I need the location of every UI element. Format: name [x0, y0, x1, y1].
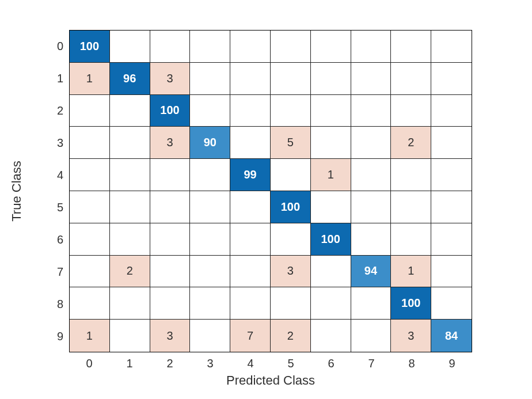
x-axis-label: Predicted Class	[226, 373, 315, 388]
cell-r8-c2	[150, 287, 191, 320]
x-tick-6: 6	[328, 357, 334, 370]
cell-value: 1	[328, 168, 334, 181]
cell-r9-c4: 7	[230, 320, 271, 352]
cell-value: 5	[287, 136, 294, 149]
cell-r4-c6: 1	[311, 159, 351, 191]
cell-value: 100	[160, 104, 179, 117]
x-tick-0: 0	[86, 357, 92, 370]
cell-r8-c5	[271, 287, 311, 320]
cell-r6-c3	[190, 223, 230, 256]
y-tick-1: 1	[57, 72, 63, 85]
cell-r9-c9: 84	[431, 320, 472, 352]
cell-r4-c1	[110, 159, 150, 191]
cell-r7-c3	[190, 256, 230, 288]
cell-r1-c0: 1	[70, 63, 110, 95]
cell-r9-c6	[311, 320, 351, 352]
cell-r4-c4: 99	[230, 159, 271, 191]
cell-r0-c0: 100	[70, 31, 110, 63]
cell-r3-c8: 2	[391, 127, 431, 159]
cell-r7-c0	[70, 256, 110, 288]
cell-r3-c4	[230, 127, 271, 159]
cell-value: 2	[127, 264, 133, 278]
x-tick-7: 7	[368, 357, 374, 370]
y-tick-0: 0	[57, 40, 63, 53]
cell-r6-c1	[110, 223, 150, 256]
cell-r8-c7	[351, 287, 392, 320]
y-tick-2: 2	[57, 104, 63, 117]
cell-r0-c5	[271, 31, 311, 63]
cell-r1-c2: 3	[150, 63, 191, 95]
cell-r1-c4	[230, 63, 271, 95]
cell-r2-c6	[311, 95, 351, 127]
cell-r9-c3	[190, 320, 230, 352]
cell-value: 3	[166, 136, 173, 149]
cell-r8-c9	[431, 287, 472, 320]
y-tick-5: 5	[57, 201, 63, 214]
cell-r2-c7	[351, 95, 392, 127]
cell-r9-c1	[110, 320, 150, 352]
cell-value: 99	[244, 168, 256, 181]
x-tick-1: 1	[126, 357, 132, 370]
x-tick-4: 4	[247, 357, 253, 370]
x-tick-2: 2	[166, 357, 173, 370]
cell-value: 1	[408, 264, 414, 278]
cell-r2-c5	[271, 95, 311, 127]
cell-value: 7	[247, 329, 253, 343]
cell-r8-c8: 100	[391, 287, 431, 320]
cell-r8-c0	[70, 287, 110, 320]
cell-r4-c9	[431, 159, 472, 191]
cell-r9-c7	[351, 320, 392, 352]
cell-r5-c4	[230, 191, 271, 223]
cell-r3-c6	[311, 127, 351, 159]
cell-value: 3	[166, 72, 173, 85]
y-axis-label: True Class	[9, 161, 24, 222]
cell-r5-c5: 100	[271, 191, 311, 223]
cell-r6-c9	[431, 223, 472, 256]
cell-r5-c7	[351, 191, 392, 223]
cell-r2-c0	[70, 95, 110, 127]
cell-r7-c8: 1	[391, 256, 431, 288]
cell-r7-c6	[311, 256, 351, 288]
y-tick-4: 4	[57, 169, 63, 182]
cell-r2-c3	[190, 95, 230, 127]
cell-r0-c7	[351, 31, 392, 63]
cell-r6-c2	[150, 223, 191, 256]
cell-r9-c8: 3	[391, 320, 431, 352]
heatmap-grid: 100196310039052991100100239411001372384	[69, 30, 472, 352]
cell-r1-c5	[271, 63, 311, 95]
x-tick-3: 3	[207, 357, 213, 370]
cell-r2-c4	[230, 95, 271, 127]
cell-r1-c6	[311, 63, 351, 95]
y-tick-3: 3	[57, 136, 63, 150]
cell-r0-c6	[311, 31, 351, 63]
cell-r3-c1	[110, 127, 150, 159]
cell-r0-c3	[190, 31, 230, 63]
cell-r6-c0	[70, 223, 110, 256]
y-tick-8: 8	[57, 298, 63, 311]
cell-r4-c5	[271, 159, 311, 191]
y-tick-6: 6	[57, 233, 63, 246]
cell-r1-c9	[431, 63, 472, 95]
cell-r3-c7	[351, 127, 392, 159]
y-tick-7: 7	[57, 265, 63, 279]
cell-r0-c9	[431, 31, 472, 63]
cell-r2-c9	[431, 95, 472, 127]
cell-value: 3	[287, 264, 294, 278]
cell-r9-c0: 1	[70, 320, 110, 352]
cell-r7-c7: 94	[351, 256, 392, 288]
cell-r9-c2: 3	[150, 320, 191, 352]
cell-r2-c2: 100	[150, 95, 191, 127]
cell-r9-c5: 2	[271, 320, 311, 352]
cell-r5-c1	[110, 191, 150, 223]
cell-value: 3	[166, 329, 173, 343]
cell-value: 100	[281, 200, 300, 214]
cell-r5-c8	[391, 191, 431, 223]
cell-r4-c3	[190, 159, 230, 191]
cell-value: 3	[408, 329, 414, 343]
cell-r6-c7	[351, 223, 392, 256]
cell-r5-c3	[190, 191, 230, 223]
cell-value: 2	[287, 329, 294, 343]
confusion-matrix-chart: 100196310039052991100100239411001372384 …	[69, 30, 472, 352]
cell-r7-c4	[230, 256, 271, 288]
x-tick-8: 8	[408, 357, 415, 370]
